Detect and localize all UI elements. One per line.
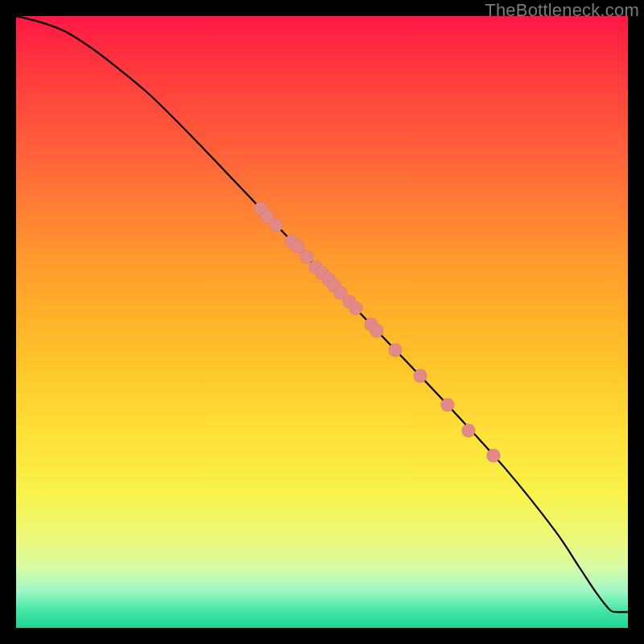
chart-stage: TheBottleneck.com bbox=[0, 0, 644, 644]
data-point-marker bbox=[389, 343, 402, 357]
data-point-marker bbox=[486, 449, 500, 463]
data-point-marker bbox=[370, 324, 384, 338]
main-curve bbox=[16, 16, 628, 612]
data-point-marker bbox=[413, 369, 427, 382]
data-point-marker bbox=[349, 302, 362, 316]
watermark-text: TheBottleneck.com bbox=[485, 0, 639, 21]
data-point-marker bbox=[270, 218, 283, 232]
data-point-marker bbox=[440, 398, 454, 411]
curve-layer bbox=[16, 16, 628, 628]
data-point-marker bbox=[462, 423, 476, 437]
plot-area bbox=[16, 16, 628, 628]
